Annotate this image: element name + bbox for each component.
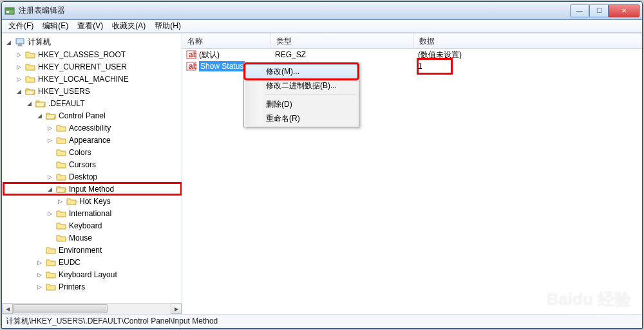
value-data: (数值未设置)	[414, 50, 642, 60]
context-item-delete[interactable]: 删除(D)	[245, 97, 357, 111]
column-header-type[interactable]: 类型	[271, 33, 414, 48]
value-data: 1	[414, 62, 642, 71]
tree-key[interactable]: ▷Appearance	[3, 134, 182, 146]
regedit-icon	[5, 6, 15, 16]
maximize-button[interactable]: ☐	[589, 5, 609, 17]
tree-label: Input Method	[69, 185, 114, 194]
tree-key[interactable]: Keyboard	[3, 219, 182, 232]
expander-icon[interactable]: ▷	[15, 51, 23, 58]
expander-icon[interactable]: ▷	[15, 64, 23, 70]
expander-icon[interactable]: ▷	[46, 210, 53, 217]
context-separator	[265, 95, 356, 95]
tree-key-input-method[interactable]: ◢Input Method	[3, 183, 182, 195]
tree-label: Hot Keys	[79, 197, 111, 206]
tree-key-control-panel[interactable]: ◢Control Panel	[3, 109, 182, 122]
tree-label: Colors	[69, 148, 91, 157]
expander-icon[interactable]: ◢	[46, 186, 53, 192]
statusbar: 计算机\HKEY_USERS\.DEFAULT\Control Panel\In…	[2, 314, 642, 328]
tree-label: HKEY_CLASSES_ROOT	[38, 50, 126, 59]
folder-icon	[46, 270, 56, 279]
expander-icon[interactable]: ▷	[35, 271, 43, 278]
scroll-left-button[interactable]: ◀	[2, 304, 13, 314]
expander-icon[interactable]: ▷	[35, 284, 43, 290]
expander-icon[interactable]: ◢	[15, 88, 23, 95]
expander-icon[interactable]: ▷	[46, 137, 53, 143]
menu-view[interactable]: 查看(V)	[73, 19, 107, 33]
folder-open-icon	[56, 185, 66, 194]
expander-icon[interactable]: ▷	[46, 174, 53, 180]
expander-icon[interactable]: ▷	[46, 125, 53, 131]
expander-icon[interactable]: ▷	[35, 259, 43, 266]
tree-label: Appearance	[69, 136, 111, 145]
expander-icon[interactable]: ◢	[35, 113, 43, 119]
tree-key[interactable]: Colors	[3, 146, 182, 158]
context-item-modify[interactable]: 修改(M)...	[245, 64, 357, 78]
tree-label: Accessibility	[69, 124, 111, 133]
titlebar[interactable]: 注册表编辑器 — ☐ ✕	[2, 2, 642, 20]
expander-icon[interactable]: ▷	[56, 198, 64, 205]
tree-hive[interactable]: ▷HKEY_CLASSES_ROOT	[3, 48, 182, 60]
tree-label: .DEFAULT	[48, 99, 84, 108]
menu-file[interactable]: 文件(F)	[5, 19, 37, 33]
folder-icon	[56, 136, 66, 145]
context-item-label: 删除(D)	[266, 99, 292, 110]
tree-pane: ◢ 计算机 ▷HKEY_CLASSES_ROOT ▷HKEY_CURRENT_U…	[2, 33, 182, 314]
tree-key[interactable]: ▷EUDC	[3, 256, 182, 268]
scroll-track[interactable]	[13, 304, 171, 314]
context-item-rename[interactable]: 重命名(R)	[245, 111, 357, 125]
expander-icon[interactable]: ▷	[15, 76, 23, 82]
tree-key[interactable]: ▷Hot Keys	[3, 195, 182, 207]
tree-key[interactable]: ▷Keyboard Layout	[3, 268, 182, 280]
folder-icon	[25, 50, 35, 59]
tree-key[interactable]: Cursors	[3, 158, 182, 170]
minimize-button[interactable]: —	[570, 5, 589, 17]
tree-label: Environment	[59, 246, 102, 255]
expander-icon[interactable]: ◢	[5, 39, 12, 46]
scroll-thumb[interactable]	[13, 304, 108, 313]
svg-rect-3	[16, 39, 24, 44]
tree-label: Cursors	[69, 160, 96, 169]
context-item-label: 修改二进制数据(B)...	[266, 80, 337, 91]
folder-icon	[56, 160, 66, 169]
menu-favorites[interactable]: 收藏夹(A)	[108, 19, 149, 33]
tree-key[interactable]: Mouse	[3, 232, 182, 244]
value-row[interactable]: ab (默认) REG_SZ (数值未设置)	[182, 49, 642, 60]
tree-key-default[interactable]: ◢.DEFAULT	[3, 97, 182, 109]
tree-label: HKEY_CURRENT_USER	[38, 62, 127, 71]
context-item-label: 修改(M)...	[266, 66, 299, 77]
svg-text:ab: ab	[189, 62, 196, 71]
tree-hive[interactable]: ▷HKEY_LOCAL_MACHINE	[3, 73, 182, 85]
tree-label: HKEY_USERS	[38, 87, 90, 96]
tree-key[interactable]: ▷Desktop	[3, 170, 182, 183]
folder-icon	[46, 246, 56, 255]
context-menu: 修改(M)... 修改二进制数据(B)... 删除(D) 重命名(R)	[243, 62, 359, 127]
string-value-icon: ab	[186, 50, 196, 60]
tree-key[interactable]: ▷International	[3, 207, 182, 219]
svg-rect-2	[6, 11, 9, 13]
menu-help[interactable]: 帮助(H)	[151, 19, 185, 33]
svg-rect-5	[17, 46, 23, 46]
computer-icon	[15, 38, 25, 47]
tree-key[interactable]: ▷Accessibility	[3, 122, 182, 134]
tree-root[interactable]: ◢ 计算机	[3, 36, 182, 48]
expander-icon[interactable]: ◢	[25, 100, 33, 107]
column-headers: 名称 类型 数据	[182, 33, 642, 49]
column-header-name[interactable]: 名称	[182, 33, 271, 48]
menu-edit[interactable]: 编辑(E)	[39, 19, 72, 33]
context-item-modify-binary[interactable]: 修改二进制数据(B)...	[245, 78, 357, 93]
tree-label: HKEY_LOCAL_MACHINE	[38, 75, 129, 84]
tree-horizontal-scrollbar[interactable]: ◀ ▶	[2, 303, 182, 314]
tree-hive[interactable]: ◢HKEY_USERS	[3, 85, 182, 97]
tree-hive[interactable]: ▷HKEY_CURRENT_USER	[3, 60, 182, 73]
svg-rect-4	[18, 44, 22, 46]
tree-key[interactable]: ▷Printers	[3, 280, 182, 293]
scroll-right-button[interactable]: ▶	[171, 304, 182, 314]
tree-key[interactable]: Environment	[3, 244, 182, 256]
folder-icon	[25, 62, 35, 71]
column-header-data[interactable]: 数据	[414, 33, 642, 48]
folder-icon	[46, 258, 56, 267]
registry-tree[interactable]: ◢ 计算机 ▷HKEY_CLASSES_ROOT ▷HKEY_CURRENT_U…	[2, 33, 182, 303]
svg-text:ab: ab	[189, 50, 196, 59]
tree-label: EUDC	[59, 258, 80, 267]
close-button[interactable]: ✕	[609, 5, 639, 17]
